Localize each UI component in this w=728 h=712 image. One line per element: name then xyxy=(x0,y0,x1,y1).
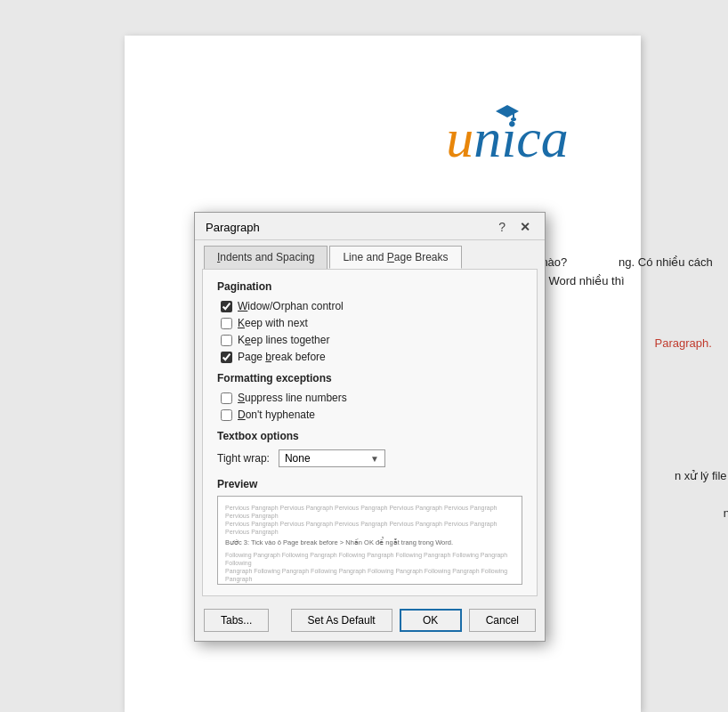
preview-section: Preview Pervious Pangraph Pervious Pangr… xyxy=(217,478,522,585)
paragraph-dialog: Paragraph ? ✕ Indents and Spacing Line a… xyxy=(194,212,546,642)
tabs-button[interactable]: Tabs... xyxy=(204,609,269,632)
close-button[interactable]: ✕ xyxy=(516,220,534,234)
page-break-checkbox[interactable] xyxy=(221,352,232,363)
dont-hyphenate-label[interactable]: Don't hyphenate xyxy=(238,409,315,421)
textbox-options: Textbox options Tight wrap: None ▼ xyxy=(217,430,522,467)
tight-wrap-row: Tight wrap: None ▼ xyxy=(217,449,522,467)
keep-lines-row: Keep lines together xyxy=(217,334,522,346)
dialog-controls: ? ✕ xyxy=(495,220,534,234)
dialog-title: Paragraph xyxy=(206,221,260,234)
dialog-overlay: Paragraph ? ✕ Indents and Spacing Line a… xyxy=(0,0,728,712)
set-as-default-button[interactable]: Set As Default xyxy=(291,609,392,632)
preview-following-text: Following Pangraph Following Pangraph Fo… xyxy=(225,551,514,585)
tight-wrap-select[interactable]: None ▼ xyxy=(279,449,385,467)
formatting-title: Formatting exceptions xyxy=(217,372,522,384)
tight-wrap-label: Tight wrap: xyxy=(217,452,270,465)
widow-orphan-row: Widow/Orphan control xyxy=(217,300,522,312)
widow-orphan-checkbox[interactable] xyxy=(221,301,232,312)
dialog-tabs: Indents and Spacing Line and Page Breaks xyxy=(195,240,545,269)
suppress-line-numbers-row: Suppress line numbers xyxy=(217,392,522,404)
page-break-row: Page break before xyxy=(217,351,522,363)
keep-lines-checkbox[interactable] xyxy=(221,335,232,346)
dialog-titlebar: Paragraph ? ✕ xyxy=(195,213,545,240)
tab-indents-spacing[interactable]: Indents and Spacing xyxy=(204,246,328,269)
preview-preceding-text: Pervious Pangraph Pervious Pangraph Perv… xyxy=(225,504,514,536)
widow-orphan-label[interactable]: Widow/Orphan control xyxy=(238,300,344,312)
footer-right-buttons: Set As Default OK Cancel xyxy=(291,609,536,632)
pagination-title: Pagination xyxy=(217,280,522,293)
dialog-content: Pagination Widow/Orphan control Keep wit… xyxy=(202,269,538,596)
dialog-footer: Tabs... Set As Default OK Cancel xyxy=(195,603,545,641)
ok-button[interactable]: OK xyxy=(400,609,462,632)
keep-lines-label[interactable]: Keep lines together xyxy=(238,334,329,346)
tab-line-page-breaks[interactable]: Line and Page Breaks xyxy=(329,246,461,269)
tight-wrap-value: None xyxy=(285,452,311,465)
keep-next-checkbox[interactable] xyxy=(221,318,232,329)
page-break-label[interactable]: Page break before xyxy=(238,351,326,363)
textbox-options-title: Textbox options xyxy=(217,430,522,442)
suppress-line-numbers-label[interactable]: Suppress line numbers xyxy=(238,392,347,404)
tight-wrap-arrow-icon: ▼ xyxy=(370,454,379,464)
suppress-line-numbers-checkbox[interactable] xyxy=(221,392,232,404)
preview-main-text: Bước 3: Tick vào ô Page break before > N… xyxy=(225,538,514,548)
preview-box: Pervious Pangraph Pervious Pangraph Perv… xyxy=(217,496,522,585)
dont-hyphenate-checkbox[interactable] xyxy=(221,409,232,421)
cancel-button[interactable]: Cancel xyxy=(469,609,536,632)
tab-indents-label: Indents and Spacing xyxy=(217,251,314,263)
help-button[interactable]: ? xyxy=(495,220,509,234)
dont-hyphenate-row: Don't hyphenate xyxy=(217,409,522,421)
keep-next-row: Keep with next xyxy=(217,317,522,329)
keep-next-label[interactable]: Keep with next xyxy=(238,317,308,329)
tab-line-label: Line and Page Breaks xyxy=(343,251,448,263)
preview-title: Preview xyxy=(217,478,522,490)
